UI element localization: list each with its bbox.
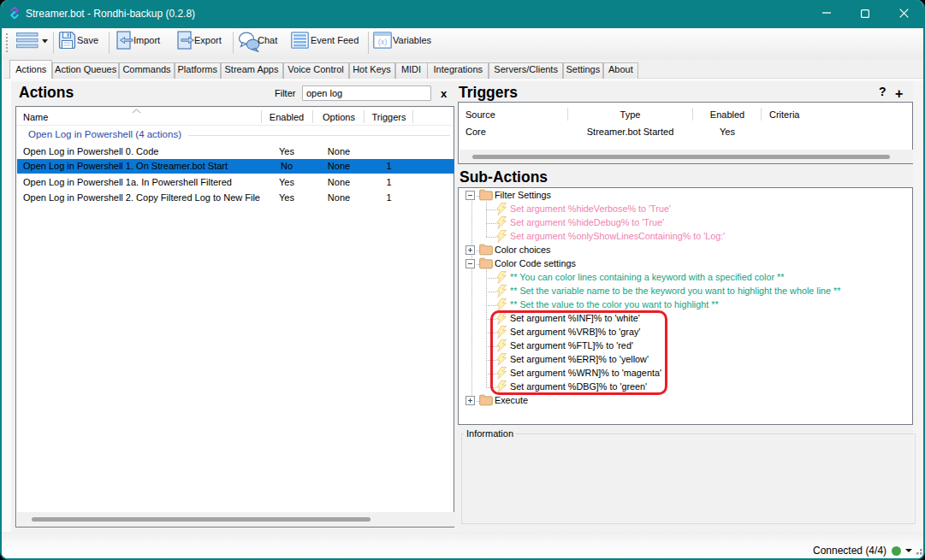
svg-text:(x): (x) bbox=[378, 38, 388, 46]
